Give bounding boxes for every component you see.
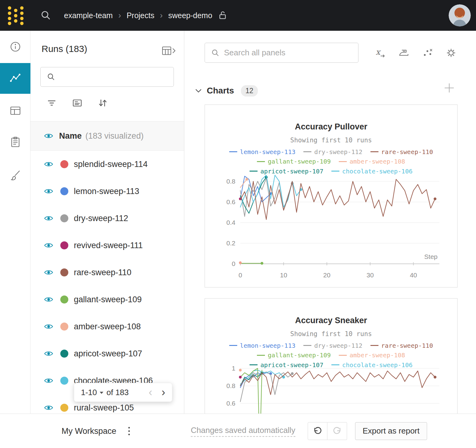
charts-section-label: Charts bbox=[207, 86, 234, 96]
workspace-charts-tab[interactable] bbox=[0, 63, 30, 94]
run-row: splendid-sweep-114 bbox=[30, 151, 184, 178]
legend-item[interactable]: amber-sweep-108 bbox=[339, 351, 405, 359]
run-name[interactable]: amber-sweep-108 bbox=[74, 322, 141, 331]
visibility-eye-icon[interactable] bbox=[44, 215, 53, 222]
legend-label: dry-sweep-112 bbox=[314, 342, 362, 350]
visibility-eye-icon[interactable] bbox=[44, 296, 53, 303]
page-size-selector[interactable]: 1-10 bbox=[81, 388, 103, 397]
svg-text:0: 0 bbox=[238, 272, 242, 279]
run-name[interactable]: revived-sweep-111 bbox=[74, 241, 143, 250]
tables-tab-icon[interactable] bbox=[0, 105, 30, 117]
visibility-eye-icon[interactable] bbox=[44, 404, 53, 411]
svg-text:20: 20 bbox=[323, 272, 330, 279]
x-axis-settings-icon[interactable]: x bbox=[374, 47, 386, 59]
run-row: gallant-sweep-109 bbox=[30, 286, 184, 313]
svg-text:10: 10 bbox=[280, 272, 287, 279]
legend-swatch bbox=[229, 345, 237, 346]
legend-swatch bbox=[257, 355, 265, 356]
wandb-logo[interactable] bbox=[7, 5, 25, 26]
panel-toolbar: x bbox=[374, 43, 457, 63]
prev-page-icon[interactable]: ‹ bbox=[149, 387, 152, 398]
chevron-down-icon[interactable] bbox=[194, 88, 202, 94]
svg-text:0.2: 0.2 bbox=[226, 240, 235, 247]
visibility-eye-icon[interactable] bbox=[44, 188, 53, 195]
chart-subtitle: Showing first 10 runs bbox=[205, 137, 457, 144]
avatar[interactable] bbox=[449, 4, 471, 26]
visibility-all-eye-icon[interactable] bbox=[44, 133, 53, 139]
sort-icon[interactable] bbox=[98, 98, 108, 108]
filter-icon[interactable] bbox=[46, 98, 57, 108]
runs-search-input[interactable] bbox=[41, 67, 174, 86]
breadcrumb-projects[interactable]: Projects bbox=[126, 11, 154, 20]
redo-button[interactable] bbox=[327, 422, 347, 440]
legend-item[interactable]: dry-sweep-112 bbox=[303, 342, 362, 350]
visibility-eye-icon[interactable] bbox=[44, 161, 53, 168]
visibility-eye-icon[interactable] bbox=[44, 350, 53, 357]
breadcrumb: example-team › Projects › sweep-demo bbox=[64, 10, 227, 20]
legend-item[interactable]: rare-sweep-110 bbox=[370, 148, 433, 156]
visibility-eye-icon[interactable] bbox=[44, 242, 53, 249]
run-color-dot bbox=[60, 214, 68, 222]
brush-tab-icon[interactable] bbox=[0, 169, 30, 181]
workspace-selector[interactable]: My Workspace bbox=[62, 426, 116, 436]
next-page-icon[interactable]: › bbox=[162, 387, 165, 398]
legend-label: lemon-sweep-113 bbox=[240, 148, 296, 156]
search-icon[interactable] bbox=[41, 10, 51, 21]
undo-button[interactable] bbox=[308, 422, 327, 440]
group-list-icon[interactable] bbox=[72, 98, 82, 108]
legend-swatch bbox=[229, 151, 237, 152]
legend-item[interactable]: gallant-sweep-109 bbox=[257, 157, 331, 165]
visibility-eye-icon[interactable] bbox=[44, 377, 53, 384]
runs-list-header: Name (183 visualized) bbox=[30, 121, 184, 151]
topbar: example-team › Projects › sweep-demo bbox=[0, 0, 476, 31]
info-icon[interactable] bbox=[0, 41, 30, 53]
svg-text:0.8: 0.8 bbox=[226, 382, 235, 389]
run-name[interactable]: dry-sweep-112 bbox=[74, 214, 128, 223]
svg-text:0.6: 0.6 bbox=[226, 400, 235, 407]
run-name[interactable]: lemon-sweep-113 bbox=[74, 187, 139, 196]
visibility-eye-icon[interactable] bbox=[44, 269, 53, 276]
legend-swatch bbox=[339, 355, 347, 356]
add-panel-icon[interactable] bbox=[444, 82, 455, 95]
unlock-icon[interactable] bbox=[218, 10, 227, 20]
svg-text:0: 0 bbox=[232, 260, 235, 267]
legend-item[interactable]: rare-sweep-110 bbox=[370, 342, 433, 350]
visibility-eye-icon[interactable] bbox=[44, 323, 53, 330]
left-rail bbox=[0, 31, 30, 448]
undo-redo-group bbox=[308, 422, 347, 440]
outliers-scatter-icon[interactable] bbox=[422, 47, 434, 59]
breadcrumb-project[interactable]: sweep-demo bbox=[168, 11, 212, 20]
legend-label: rare-sweep-110 bbox=[381, 342, 433, 350]
legend-item[interactable]: lemon-sweep-113 bbox=[229, 342, 296, 350]
run-row: rare-sweep-110 bbox=[30, 259, 184, 286]
run-row: apricot-sweep-107 bbox=[30, 340, 184, 367]
run-row: lemon-sweep-113 bbox=[30, 178, 184, 205]
chart-plot[interactable]: 00.20.40.60.8010203040Step bbox=[210, 173, 453, 285]
svg-text:1: 1 bbox=[232, 365, 235, 372]
run-name[interactable]: rural-sweep-105 bbox=[74, 403, 134, 413]
run-name[interactable]: apricot-sweep-107 bbox=[74, 349, 142, 359]
chart-legend: lemon-sweep-113dry-sweep-112rare-sweep-1… bbox=[205, 146, 457, 175]
panel-search-input[interactable] bbox=[205, 43, 358, 62]
runs-name-column-label: Name bbox=[59, 131, 82, 141]
legend-label: gallant-sweep-109 bbox=[268, 157, 331, 165]
autosave-status[interactable]: Changes saved automatically bbox=[191, 425, 295, 437]
expand-table-icon[interactable] bbox=[162, 46, 176, 57]
legend-item[interactable]: gallant-sweep-109 bbox=[257, 351, 331, 359]
smoothing-iron-icon[interactable] bbox=[398, 47, 410, 59]
export-report-button[interactable]: Export as report bbox=[355, 422, 427, 440]
legend-item[interactable]: amber-sweep-108 bbox=[339, 157, 405, 165]
legend-item[interactable]: lemon-sweep-113 bbox=[229, 148, 296, 156]
run-color-dot bbox=[60, 295, 68, 303]
notes-tab-icon[interactable] bbox=[0, 136, 30, 148]
legend-item[interactable]: dry-sweep-112 bbox=[303, 148, 362, 156]
breadcrumb-team[interactable]: example-team bbox=[64, 11, 113, 20]
workspace-menu-icon[interactable] bbox=[127, 426, 131, 436]
run-name[interactable]: splendid-sweep-114 bbox=[74, 160, 148, 169]
svg-text:x: x bbox=[376, 47, 381, 57]
run-name[interactable]: gallant-sweep-109 bbox=[74, 295, 142, 304]
run-name[interactable]: rare-sweep-110 bbox=[74, 268, 131, 277]
charts-count-badge: 12 bbox=[241, 85, 258, 97]
gear-icon[interactable] bbox=[445, 47, 457, 59]
run-color-dot bbox=[60, 323, 68, 331]
